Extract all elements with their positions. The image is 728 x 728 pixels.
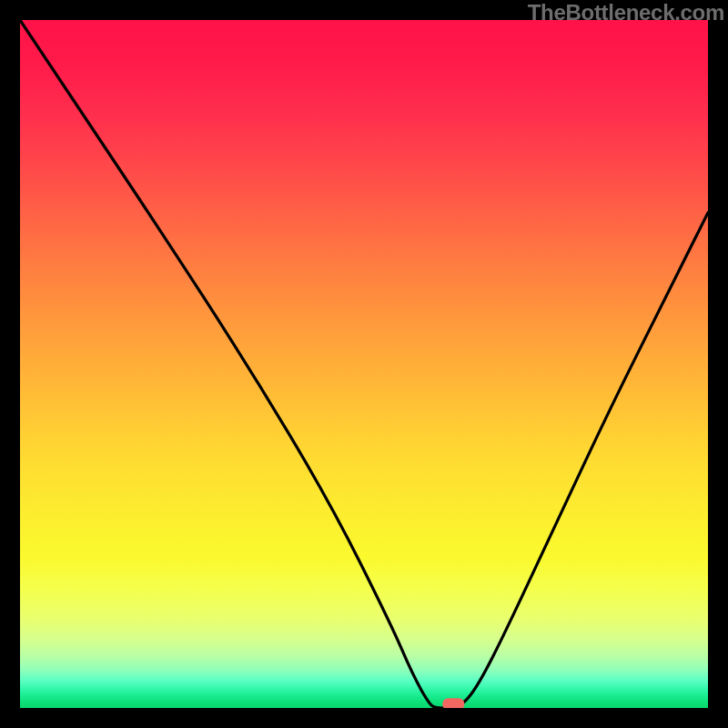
curve-layer — [20, 20, 708, 708]
watermark-text: TheBottleneck.com — [528, 0, 724, 25]
optimal-marker — [442, 698, 464, 708]
plot-area — [20, 20, 708, 708]
chart-frame: TheBottleneck.com — [0, 0, 728, 728]
bottleneck-curve — [20, 20, 708, 708]
